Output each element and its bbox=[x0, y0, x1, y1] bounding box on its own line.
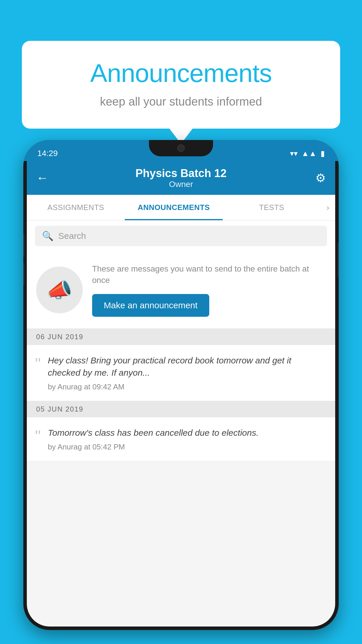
announcement-promo: 📣 These are messages you want to send to… bbox=[27, 251, 335, 329]
date-divider-1: 06 JUN 2019 bbox=[27, 329, 335, 345]
quote-icon-2: " bbox=[35, 428, 41, 444]
volume-down-button bbox=[23, 262, 24, 286]
signal-icon: ▲▲ bbox=[302, 149, 317, 158]
date-divider-2: 05 JUN 2019 bbox=[27, 401, 335, 417]
speech-bubble-section: Announcements keep all your students inf… bbox=[22, 41, 340, 129]
front-camera bbox=[177, 144, 185, 152]
make-announcement-button[interactable]: Make an announcement bbox=[92, 294, 209, 317]
speech-bubble: Announcements keep all your students inf… bbox=[22, 41, 340, 129]
batch-role: Owner bbox=[58, 180, 304, 189]
announcement-item-2[interactable]: " Tomorrow's class has been cancelled du… bbox=[27, 417, 335, 461]
batch-name: Physics Batch 12 bbox=[58, 167, 304, 180]
phone-frame: 14:29 ▾▾ ▲▲ ▮ ← Physics Batch 12 Owner ⚙ bbox=[23, 140, 339, 630]
tab-tests[interactable]: TESTS bbox=[223, 195, 321, 220]
promo-icon-circle: 📣 bbox=[36, 267, 83, 313]
megaphone-icon: 📣 bbox=[46, 278, 73, 302]
announcement-meta-1: by Anurag at 09:42 AM bbox=[48, 382, 326, 391]
tab-assignments[interactable]: ASSIGNMENTS bbox=[27, 195, 125, 220]
date-label-2: 05 JUN 2019 bbox=[36, 405, 83, 413]
top-app-bar: ← Physics Batch 12 Owner ⚙ bbox=[27, 161, 335, 195]
search-input-wrapper[interactable]: 🔍 Search bbox=[35, 226, 327, 246]
bubble-title: Announcements bbox=[45, 58, 317, 88]
battery-icon: ▮ bbox=[321, 149, 325, 158]
tabs-bar: ASSIGNMENTS ANNOUNCEMENTS TESTS › bbox=[27, 195, 335, 220]
back-button[interactable]: ← bbox=[36, 171, 52, 185]
settings-button[interactable]: ⚙ bbox=[310, 171, 326, 185]
status-icons: ▾▾ ▲▲ ▮ bbox=[290, 149, 325, 158]
announcement-meta-2: by Anurag at 05:42 PM bbox=[48, 442, 326, 452]
bubble-subtitle: keep all your students informed bbox=[45, 95, 317, 108]
tabs-more[interactable]: › bbox=[321, 195, 335, 220]
phone-notch bbox=[149, 140, 213, 156]
announcement-content-1: Hey class! Bring your practical record b… bbox=[48, 354, 326, 391]
tab-announcements[interactable]: ANNOUNCEMENTS bbox=[125, 195, 223, 220]
app-screen: ← Physics Batch 12 Owner ⚙ ASSIGNMENTS A… bbox=[27, 161, 335, 626]
content-area: 🔍 Search 📣 These are messages you want t… bbox=[27, 220, 335, 461]
wifi-icon: ▾▾ bbox=[290, 149, 298, 158]
date-label-1: 06 JUN 2019 bbox=[36, 333, 83, 341]
search-placeholder: Search bbox=[58, 231, 86, 241]
announcement-text-2: Tomorrow's class has been cancelled due … bbox=[48, 427, 326, 439]
announcement-item-1[interactable]: " Hey class! Bring your practical record… bbox=[27, 345, 335, 401]
phone-wrapper: 14:29 ▾▾ ▲▲ ▮ ← Physics Batch 12 Owner ⚙ bbox=[23, 140, 339, 644]
search-bar: 🔍 Search bbox=[27, 220, 335, 251]
top-bar-title-area: Physics Batch 12 Owner bbox=[58, 167, 304, 189]
volume-up-button bbox=[23, 233, 24, 257]
quote-icon-1: " bbox=[35, 356, 41, 372]
promo-description: These are messages you want to send to t… bbox=[92, 263, 326, 286]
promo-text-area: These are messages you want to send to t… bbox=[92, 263, 326, 317]
status-time: 14:29 bbox=[37, 149, 58, 158]
announcement-text-1: Hey class! Bring your practical record b… bbox=[48, 354, 326, 379]
announcement-content-2: Tomorrow's class has been cancelled due … bbox=[48, 427, 326, 452]
power-button bbox=[338, 242, 339, 277]
search-icon: 🔍 bbox=[42, 230, 54, 242]
